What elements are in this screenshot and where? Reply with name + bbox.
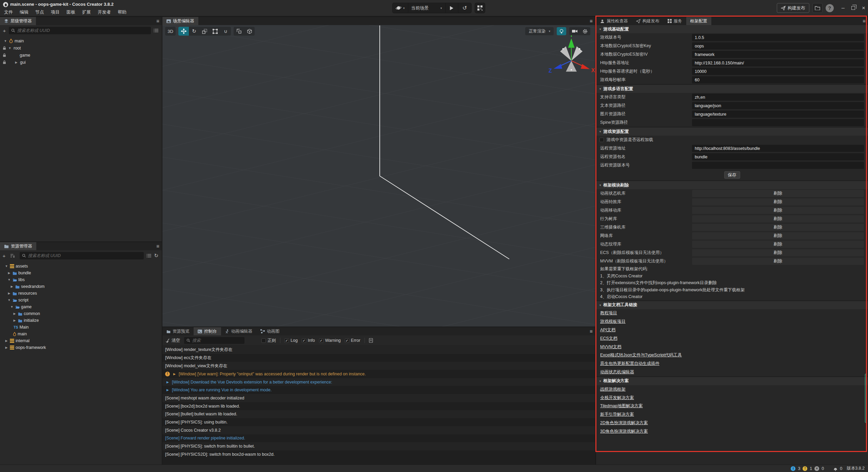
section-header[interactable]: ▾游戏多语言配置 xyxy=(596,85,868,93)
hierarchy-search-input[interactable] xyxy=(17,28,149,33)
log-file-button[interactable] xyxy=(369,338,373,343)
fps-input[interactable] xyxy=(692,76,864,83)
open-project-folder-button[interactable] xyxy=(812,3,823,13)
section-header[interactable]: ▾框架模块剔除 xyxy=(596,181,868,189)
minimize-button[interactable]: ─ xyxy=(842,5,845,11)
text-res-path-input[interactable] xyxy=(692,102,864,109)
maximize-button[interactable] xyxy=(851,6,855,10)
create-asset-button[interactable]: + xyxy=(0,253,8,259)
expand-arrow-icon[interactable]: ▶ xyxy=(166,388,170,392)
remove-module-button[interactable]: 剔除 xyxy=(692,258,864,265)
assets-search[interactable] xyxy=(20,252,144,259)
console-search-input[interactable] xyxy=(192,338,242,343)
remote-res-url-input[interactable] xyxy=(692,145,864,152)
menu-file[interactable]: 文件 xyxy=(1,8,16,16)
log-row-info[interactable]: ▶ [Window] You are running Vue in develo… xyxy=(162,386,595,394)
remote-load-checkbox[interactable]: 游戏中资源是否远程加载 xyxy=(596,136,868,144)
menu-project[interactable]: 项目 xyxy=(47,8,63,16)
log-row[interactable]: [Scene] meshopt wasm decoder initialized xyxy=(162,394,595,402)
log-row-info[interactable]: [Scene] Forward render pipeline initiali… xyxy=(162,434,595,442)
tab-animation-editor[interactable]: 动画编辑器 xyxy=(221,327,257,335)
expand-arrow-icon[interactable]: ▶ xyxy=(166,380,170,384)
transform-gizmo-button[interactable]: ∪ xyxy=(220,27,231,36)
log-row[interactable]: [Scene] [PHYSICS]: switch from builtin t… xyxy=(162,442,595,450)
tab-framework-config[interactable]: 框架配置 xyxy=(686,17,711,25)
crypto-key-input[interactable] xyxy=(692,42,864,50)
menu-help[interactable]: 帮助 xyxy=(114,8,130,16)
assets-menu-icon[interactable]: ≡ xyxy=(156,243,159,249)
remote-res-version-input[interactable] xyxy=(692,162,864,169)
asset-node-game[interactable]: ▼ game xyxy=(0,303,162,310)
remove-module-button[interactable]: 剔除 xyxy=(692,249,864,256)
link-3d-rpg-solution[interactable]: 3D角色扮演游戏解决方案 xyxy=(600,429,648,434)
build-publish-button[interactable]: 构建发布 xyxy=(777,3,809,13)
menu-node[interactable]: 节点 xyxy=(32,8,47,16)
asset-node-main-scene[interactable]: main xyxy=(0,331,162,337)
menu-panel[interactable]: 面板 xyxy=(63,8,79,16)
tab-build-publish[interactable]: 构建发布 xyxy=(632,17,664,25)
tree-node-gui[interactable]: ▶ gui xyxy=(0,59,162,66)
game-version-input[interactable] xyxy=(692,34,864,41)
mode-3d-button[interactable]: 3D xyxy=(165,27,176,36)
info-count-icon[interactable]: i xyxy=(791,466,795,471)
asset-node-internal[interactable]: ▶ internal xyxy=(0,337,162,344)
refresh-icon[interactable]: ↻ xyxy=(154,253,158,259)
console-search[interactable] xyxy=(184,337,244,344)
filter-log-checkbox[interactable]: ✓ Log xyxy=(284,338,298,343)
inspector-scrollbar-thumb[interactable] xyxy=(865,374,867,423)
link-tiledmap-solution[interactable]: Tiledmap地图解决方案 xyxy=(600,403,643,409)
tab-services[interactable]: 服务 xyxy=(664,17,686,25)
link-template-project[interactable]: 游戏模板项目 xyxy=(600,319,626,324)
asset-node-main-ts[interactable]: TS Main xyxy=(0,324,162,331)
platform-selector[interactable]: ▾ xyxy=(393,3,408,13)
tab-asset-preview[interactable]: 资源预览 xyxy=(162,327,194,335)
regex-checkbox[interactable]: 正则 xyxy=(261,338,276,343)
reload-button[interactable]: ↺ xyxy=(458,3,471,13)
tree-node-root[interactable]: ▼ root xyxy=(0,44,162,52)
orientation-gizmo[interactable]: Y X Z xyxy=(544,33,595,87)
asset-node-initialize[interactable]: ▶ initialize xyxy=(0,317,162,324)
log-row[interactable]: [Scene] [bullet]:bullet wasm lib loaded. xyxy=(162,410,595,418)
tab-scene-editor[interactable]: 场景编辑器 xyxy=(162,17,198,25)
filter-error-checkbox[interactable]: ✓ Error xyxy=(345,338,360,343)
section-header[interactable]: ▾框架解决方案 xyxy=(596,377,868,385)
asset-node-common[interactable]: ▶ common xyxy=(0,310,162,317)
menu-developer[interactable]: 开发者 xyxy=(94,8,114,16)
tab-property-inspector[interactable]: 属性检查器 xyxy=(596,17,632,25)
link-ecs-doc[interactable]: ECS文档 xyxy=(600,336,617,341)
crypto-iv-input[interactable] xyxy=(692,51,864,58)
tree-node-main[interactable]: ▼ main xyxy=(0,37,162,44)
asset-node-seedrandom[interactable]: ▶ seedrandom xyxy=(0,283,162,290)
asset-node-bundle[interactable]: ▶ bundle xyxy=(0,270,162,276)
log-row[interactable]: [Scene] [PHYSICS2D]: switch from box2d-w… xyxy=(162,450,595,458)
expand-arrow-icon[interactable]: ▶ xyxy=(173,372,177,376)
inspector-menu-icon[interactable]: ≡ xyxy=(863,18,866,24)
asset-node-resources[interactable]: ▶ resources xyxy=(0,290,162,297)
http-timeout-input[interactable] xyxy=(692,68,864,75)
spine-res-path-input[interactable] xyxy=(692,119,864,126)
image-res-path-input[interactable] xyxy=(692,111,864,118)
asset-node-assets[interactable]: ▼ assets xyxy=(0,263,162,270)
link-excel-tool[interactable]: Excel格式转Json文件与TypeScript代码工具 xyxy=(600,352,682,358)
section-header[interactable]: ▾游戏基础配置 xyxy=(596,25,868,33)
rotate-tool-button[interactable]: ↻ xyxy=(189,27,199,36)
gizmo-space-button[interactable] xyxy=(244,27,255,36)
play-button[interactable] xyxy=(446,3,458,13)
scale-tool-button[interactable] xyxy=(199,27,210,36)
error-count-icon[interactable]: × xyxy=(814,466,819,471)
tab-console[interactable]: 控制台 xyxy=(194,327,221,335)
log-row-info[interactable]: ▶ [Window] Download the Vue Devtools ext… xyxy=(162,378,595,386)
remove-module-button[interactable]: 剔除 xyxy=(692,232,864,239)
bell-icon[interactable] xyxy=(833,466,837,471)
link-mvvm-doc[interactable]: MVVM文档 xyxy=(600,344,622,350)
scene-viewport[interactable]: 3D ↻ ∪ xyxy=(162,25,595,327)
assets-search-input[interactable] xyxy=(28,253,141,258)
close-button[interactable]: × xyxy=(862,5,865,12)
tab-hierarchy[interactable]: 层级管理器 xyxy=(0,17,36,25)
http-server-input[interactable] xyxy=(692,59,864,66)
menu-edit[interactable]: 编辑 xyxy=(16,8,32,16)
menu-extension[interactable]: 扩展 xyxy=(79,8,94,16)
move-tool-button[interactable] xyxy=(178,27,189,36)
log-row[interactable]: [Window] render_texture文件夹存在 xyxy=(162,346,595,354)
warning-count-icon[interactable]: ! xyxy=(803,466,807,471)
